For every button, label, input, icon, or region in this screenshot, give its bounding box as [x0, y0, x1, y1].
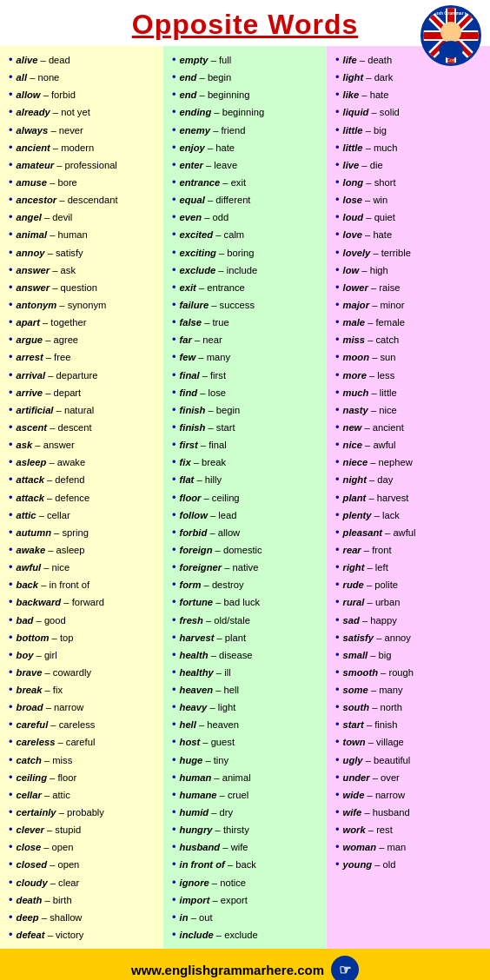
bullet: • — [9, 191, 13, 209]
bullet: • — [9, 384, 13, 401]
word-plain: – natural — [56, 403, 95, 418]
svg-point-10 — [439, 41, 463, 58]
word-bold: equal — [180, 193, 205, 208]
word-bold: long — [343, 175, 364, 190]
list-item: •certainly – probably — [7, 804, 160, 821]
bullet: • — [9, 262, 13, 279]
bullet: • — [335, 612, 340, 629]
bullet: • — [172, 856, 176, 873]
bullet: • — [172, 716, 176, 733]
word-plain: – final — [201, 438, 227, 453]
word-bold: human — [180, 771, 212, 785]
list-item: •love – hate — [334, 226, 487, 243]
word-plain: – quiet — [366, 210, 395, 225]
word-plain: – less — [369, 368, 394, 383]
word-plain: – tiny — [205, 753, 228, 768]
word-plain: – old — [374, 858, 395, 872]
word-plain: – many — [371, 683, 403, 698]
list-item: •death – birth — [7, 891, 160, 909]
list-item: •fresh – old/stale — [170, 612, 323, 629]
word-plain: – win — [365, 193, 387, 208]
list-item: •husband – wife — [170, 838, 323, 856]
svg-text:English Grammar Here: English Grammar Here — [427, 10, 474, 16]
word-bold: cellar — [17, 788, 42, 803]
word-bold: humid — [180, 805, 209, 820]
word-bold: ancient — [17, 141, 50, 156]
bullet: • — [9, 507, 13, 524]
word-bold: follow — [180, 508, 208, 523]
word-bold: foreign — [180, 543, 213, 558]
word-plain: – hate — [208, 141, 235, 156]
bullet: • — [335, 86, 340, 103]
bullet: • — [172, 419, 176, 436]
word-bold: male — [343, 315, 366, 330]
bullet: • — [9, 51, 13, 69]
list-item: •careful – careless — [7, 716, 160, 733]
word-plain: – big — [366, 123, 387, 138]
word-bold: artificial — [17, 403, 54, 418]
word-plain: – true — [204, 315, 229, 330]
word-plain: – modern — [53, 141, 94, 156]
footer: www.englishgrammarhere.com ☞ — [0, 949, 490, 980]
word-bold: woman — [343, 840, 377, 855]
word-plain: – in front of — [41, 578, 89, 593]
word-bold: include — [180, 928, 214, 943]
word-plain: – exit — [222, 175, 246, 190]
word-bold: enjoy — [180, 141, 205, 156]
list-item: •arrival – departure — [7, 367, 160, 384]
word-bold: rude — [343, 578, 364, 593]
bullet: • — [172, 454, 176, 471]
list-item: •import – export — [170, 891, 323, 909]
word-plain: – defence — [47, 491, 89, 506]
list-item: •far – near — [170, 331, 323, 348]
bullet: • — [335, 838, 340, 856]
word-plain: – never — [50, 123, 83, 138]
word-bold: argue — [17, 333, 43, 348]
word-bold: forbid — [180, 526, 208, 540]
word-bold: deep — [17, 910, 39, 925]
list-item: •annoy – satisfy — [7, 244, 160, 262]
word-bold: angel — [17, 210, 42, 225]
bullet: • — [9, 664, 13, 681]
word-bold: attack — [17, 491, 44, 506]
word-plain: – much — [366, 141, 398, 156]
bullet: • — [172, 139, 176, 156]
word-plain: – polite — [367, 578, 398, 593]
bullet: • — [335, 681, 340, 699]
bullet: • — [172, 209, 176, 226]
word-plain: – catch — [368, 333, 399, 348]
bullet: • — [9, 874, 13, 891]
word-plain: – begin — [209, 403, 241, 418]
word-plain: – floor — [50, 771, 76, 785]
word-bold: fresh — [180, 613, 203, 628]
word-plain: – awful — [365, 438, 395, 453]
word-bold: arrival — [17, 368, 46, 383]
word-plain: – probably — [59, 805, 104, 820]
list-item: •closed – open — [7, 856, 160, 873]
list-item: •right – left — [334, 559, 487, 576]
list-item: •in front of – back — [170, 856, 323, 873]
list-item: •small – big — [334, 646, 487, 664]
word-bold: death — [17, 893, 43, 908]
bullet: • — [172, 838, 176, 856]
bullet: • — [335, 51, 340, 69]
word-bold: some — [343, 683, 368, 698]
bullet: • — [335, 821, 340, 838]
word-bold: defeat — [17, 928, 45, 943]
bullet: • — [335, 367, 340, 384]
word-plain: – hell — [215, 683, 239, 698]
bullet: • — [172, 156, 176, 174]
word-bold: amuse — [17, 175, 47, 190]
list-item: •first – final — [170, 436, 323, 454]
list-item: •forbid – allow — [170, 524, 323, 541]
word-bold: arrive — [17, 386, 43, 401]
word-bold: much — [343, 386, 369, 401]
list-item: •harvest – plant — [170, 629, 323, 646]
list-item: •woman – man — [334, 838, 487, 856]
bullet: • — [335, 279, 340, 296]
bullet: • — [172, 69, 176, 86]
word-bold: end — [180, 70, 197, 85]
word-bold: backward — [17, 595, 62, 610]
bullet: • — [9, 733, 13, 751]
word-plain: – spring — [54, 526, 89, 540]
